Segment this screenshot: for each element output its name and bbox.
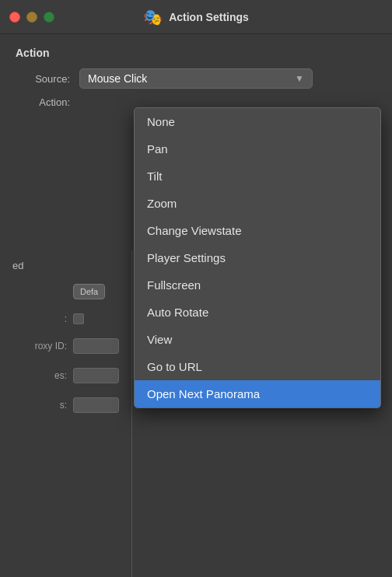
- bg-row-3: roxy ID:: [12, 338, 119, 354]
- window-title-area: 🎭 Action Settings: [143, 8, 249, 26]
- source-dropdown[interactable]: Mouse Click ▼: [79, 68, 313, 89]
- dropdown-item-open-next-panorama[interactable]: Open Next Panorama: [135, 380, 380, 407]
- maximize-button[interactable]: [44, 12, 54, 23]
- dropdown-item-none[interactable]: None: [135, 108, 380, 135]
- source-label: Source:: [16, 73, 70, 85]
- action-section-label: Action: [16, 47, 376, 59]
- dropdown-item-change-viewstate[interactable]: Change Viewstate: [135, 217, 380, 244]
- bg-label-5: s:: [12, 400, 67, 411]
- bg-proxy-input[interactable]: [73, 338, 119, 354]
- window-icon: 🎭: [143, 8, 163, 26]
- bg-row-4: es:: [12, 368, 119, 383]
- window-title: Action Settings: [169, 11, 249, 23]
- traffic-lights: [9, 12, 54, 23]
- bg-row-2: :: [12, 313, 119, 324]
- minimize-button[interactable]: [26, 12, 37, 23]
- bg-s-input[interactable]: [73, 397, 119, 413]
- bg-row-5: s:: [12, 397, 119, 413]
- dropdown-item-pan[interactable]: Pan: [135, 135, 380, 163]
- dropdown-item-go-to-url[interactable]: Go to URL: [135, 353, 380, 380]
- dropdown-item-player-settings[interactable]: Player Settings: [135, 244, 380, 271]
- bg-es-input[interactable]: [73, 368, 119, 383]
- bg-section-title: ed: [12, 260, 119, 271]
- bg-checkbox[interactable]: [73, 313, 84, 324]
- bg-row-1: Defa: [12, 284, 119, 299]
- dropdown-arrow-icon: ▼: [295, 73, 304, 84]
- dropdown-item-auto-rotate[interactable]: Auto Rotate: [135, 299, 380, 326]
- bg-label-3: roxy ID:: [12, 341, 67, 351]
- dropdown-item-tilt[interactable]: Tilt: [135, 163, 380, 190]
- background-panel: ed Defa : roxy ID: es: s:: [0, 250, 132, 577]
- bg-default-button[interactable]: Defa: [73, 284, 105, 299]
- dropdown-item-zoom[interactable]: Zoom: [135, 190, 380, 217]
- dropdown-item-view[interactable]: View: [135, 326, 380, 353]
- bg-label-4: es:: [12, 370, 67, 381]
- dropdown-menu: None Pan Tilt Zoom Change Viewstate Play…: [134, 107, 381, 408]
- title-bar: 🎭 Action Settings: [0, 0, 392, 34]
- bg-label-2: :: [12, 313, 67, 324]
- source-dropdown-value: Mouse Click: [88, 72, 147, 85]
- close-button[interactable]: [9, 12, 20, 23]
- action-row: Action:: [16, 96, 376, 108]
- source-row: Source: Mouse Click ▼: [16, 68, 376, 89]
- action-label: Action:: [16, 96, 70, 108]
- dropdown-item-fullscreen[interactable]: Fullscreen: [135, 271, 380, 299]
